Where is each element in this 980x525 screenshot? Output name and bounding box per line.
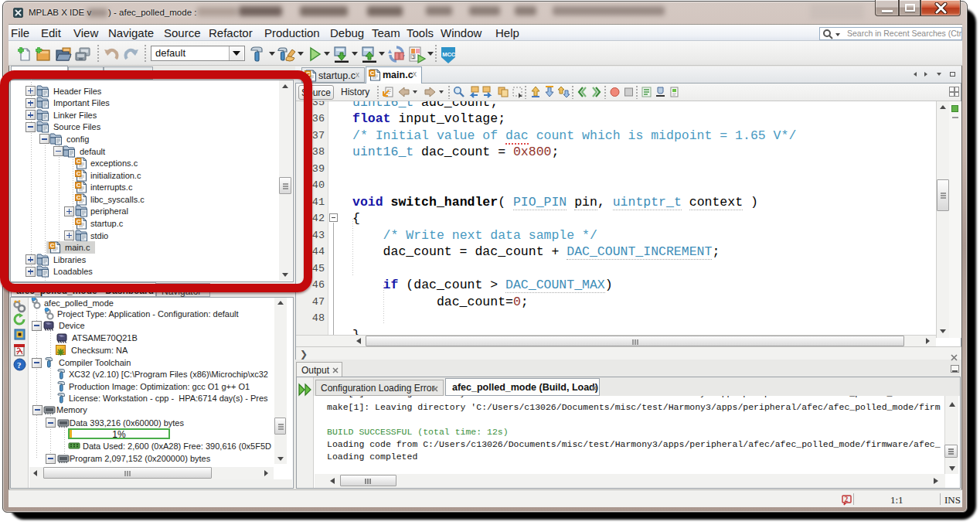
svg-text:3: 3 [412, 54, 415, 60]
svg-text:MCC: MCC [442, 51, 456, 58]
svg-text:?: ? [17, 360, 22, 370]
svg-text:2: 2 [845, 496, 849, 503]
